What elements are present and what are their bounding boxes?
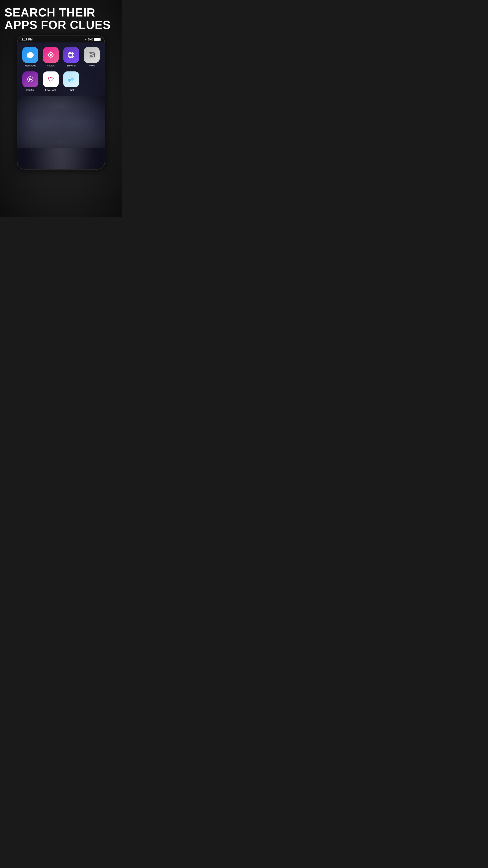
svg-point-20 [70, 80, 70, 81]
svg-point-21 [70, 80, 71, 81]
interflix-icon [22, 71, 38, 87]
messages-label: Messages [25, 64, 36, 67]
apps-row-2: Interflix LoveBook [18, 69, 105, 96]
lovebook-label: LoveBook [45, 89, 56, 91]
signal-icon: ⊘ [85, 38, 87, 41]
chat-icon [63, 71, 79, 87]
svg-point-19 [69, 80, 69, 81]
phone-wallpaper: Messages Photos [18, 42, 105, 169]
interflix-label: Interflix [26, 89, 34, 91]
status-time: 2:17 PM [22, 38, 33, 41]
empty-slot [84, 71, 100, 91]
chat-label: Chat [69, 89, 74, 91]
lovebook-icon [43, 71, 59, 87]
app-lovebook[interactable]: LoveBook [42, 71, 59, 91]
app-news[interactable]: News [84, 47, 100, 67]
status-right: ⊘ 90% [85, 38, 101, 41]
app-chat[interactable]: Chat [63, 71, 80, 91]
battery-icon [94, 38, 101, 41]
status-bar: 2:17 PM ⊘ 90% [18, 35, 105, 42]
app-messages[interactable]: Messages [22, 47, 39, 67]
photos-label: Photos [47, 64, 55, 67]
svg-point-1 [50, 54, 52, 56]
svg-point-7 [70, 52, 72, 58]
headline-text: SEARCH THEIR APPS FOR CLUES [4, 6, 118, 31]
svg-point-6 [68, 52, 74, 58]
phone-frame: 2:17 PM ⊘ 90% Messages [17, 35, 105, 169]
news-label: News [89, 64, 95, 67]
app-photos[interactable]: Photos [42, 47, 59, 67]
messages-icon [22, 47, 38, 63]
svg-marker-18 [29, 78, 32, 81]
app-browser[interactable]: Browser [63, 47, 80, 67]
news-icon [84, 47, 100, 63]
headline-section: SEARCH THEIR APPS FOR CLUES [0, 0, 122, 35]
photos-icon [43, 47, 59, 63]
browser-icon [63, 47, 79, 63]
smoke-decoration [18, 96, 105, 148]
browser-label: Browser [67, 64, 76, 67]
app-interflix[interactable]: Interflix [22, 71, 39, 91]
apps-row-1: Messages Photos [18, 42, 105, 69]
svg-rect-11 [90, 54, 92, 55]
battery-percent: 90% [88, 38, 93, 41]
